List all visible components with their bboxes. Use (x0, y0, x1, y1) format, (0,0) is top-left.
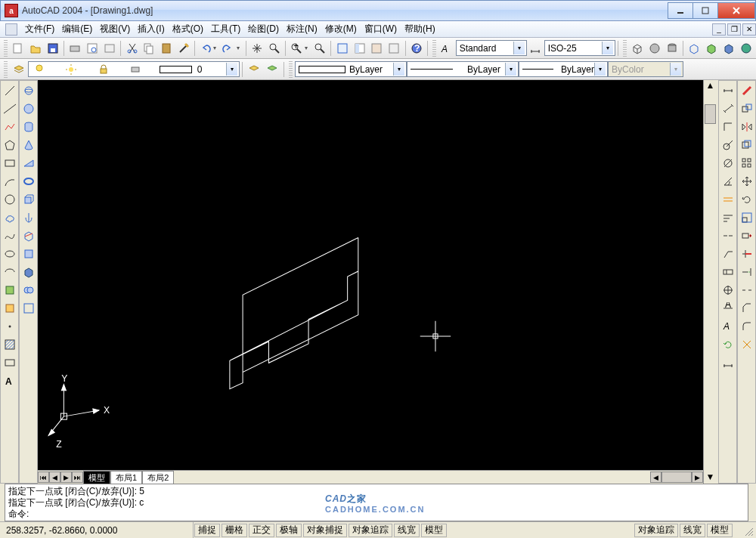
hscroll-thumb[interactable] (662, 472, 692, 483)
plot-preview-button[interactable] (85, 40, 101, 57)
close-button[interactable] (717, 2, 755, 19)
sphere-shade-button[interactable] (646, 40, 662, 57)
dim-diameter-button[interactable] (720, 155, 736, 172)
sphere-button[interactable] (20, 100, 37, 117)
revcloud-button[interactable] (2, 209, 18, 226)
dimstyle-button[interactable] (720, 354, 736, 371)
region-button[interactable] (2, 354, 18, 371)
zoom-window-button[interactable]: +▾ (289, 40, 310, 57)
tab-next[interactable]: ▶ (60, 472, 72, 483)
model-toggle[interactable]: 模型 (421, 524, 447, 537)
otrack-toggle[interactable]: 对象追踪 (349, 524, 392, 537)
plot-button[interactable] (67, 40, 83, 57)
undo-button[interactable]: ▾ (198, 40, 219, 57)
tab-first[interactable]: ⏮ (38, 472, 49, 483)
qdim-button[interactable] (720, 191, 736, 208)
vscrollbar[interactable]: ▲ ▼ (703, 80, 717, 484)
mdi-minimize[interactable]: _ (712, 23, 726, 36)
linetype-combo[interactable]: ByLayer▾ (407, 61, 519, 77)
snap-toggle[interactable]: 捕捉 (194, 524, 220, 537)
menu-view[interactable]: 视图(V) (96, 21, 134, 37)
drawing-canvas[interactable]: Y X Z (38, 80, 703, 470)
explode-button[interactable] (739, 336, 755, 353)
dimedit-button[interactable]: A (720, 300, 736, 317)
arc-button[interactable] (2, 173, 18, 190)
make-block-button[interactable] (2, 300, 18, 317)
wedge-button[interactable] (20, 155, 37, 172)
hatch-button[interactable] (2, 336, 18, 353)
mdi-icon[interactable] (5, 23, 17, 36)
move-button[interactable] (739, 173, 755, 190)
rectangle-button[interactable] (2, 155, 18, 172)
zoom-previous-button[interactable] (312, 40, 328, 57)
help-button[interactable]: ? (408, 40, 424, 57)
match-props-button[interactable] (176, 40, 192, 57)
qleader-button[interactable] (720, 246, 736, 262)
save-button[interactable] (45, 40, 60, 57)
cut-button[interactable] (124, 40, 140, 57)
tab-last[interactable]: ⏭ (72, 472, 83, 483)
osnap-toggle[interactable]: 对象捕捉 (303, 524, 347, 537)
rotate-button[interactable] (739, 191, 755, 208)
menu-draw[interactable]: 绘图(D) (244, 21, 283, 37)
toolbar-grip[interactable] (4, 40, 8, 57)
cylinder-shade-button[interactable] (664, 40, 680, 57)
dimupdate-button[interactable] (720, 336, 736, 353)
scale-button[interactable] (739, 209, 755, 226)
interfere-button[interactable] (20, 264, 37, 280)
publish-button[interactable] (102, 40, 118, 57)
pan-button[interactable] (249, 40, 265, 57)
array-button[interactable] (739, 155, 755, 172)
dimtedit-button[interactable]: A (720, 318, 736, 335)
tray-model[interactable]: 模型 (707, 524, 733, 537)
paste-button[interactable] (159, 40, 175, 57)
union-button[interactable] (20, 282, 37, 298)
point-button[interactable] (2, 318, 18, 335)
dim-center-button[interactable] (720, 282, 736, 298)
ortho-toggle[interactable]: 正交 (249, 524, 274, 537)
dim-aligned-button[interactable] (720, 100, 736, 117)
sheet-set-button[interactable] (386, 40, 402, 57)
resize-grip-icon[interactable] (742, 525, 753, 536)
dim-radius-button[interactable] (720, 137, 736, 153)
text-button[interactable]: A (2, 373, 18, 389)
toolbar-grip[interactable] (4, 61, 8, 78)
tray-lwt[interactable]: 线宽 (680, 524, 705, 537)
minimize-button[interactable] (668, 2, 693, 19)
dim-angular-button[interactable] (720, 173, 736, 190)
menu-insert[interactable]: 插入(I) (134, 21, 168, 37)
tab-prev[interactable]: ◀ (49, 472, 60, 483)
redo-button[interactable]: ▾ (222, 40, 243, 57)
text-style-combo[interactable]: Standard▾ (456, 40, 527, 56)
cylinder-button[interactable] (20, 119, 37, 135)
ellipse-arc-button[interactable] (2, 264, 18, 280)
slice-button[interactable] (20, 227, 37, 244)
hscroll-left[interactable]: ◀ (650, 472, 662, 483)
new-button[interactable] (11, 40, 26, 57)
zoom-realtime-button[interactable] (267, 40, 283, 57)
toolbar-grip[interactable] (623, 40, 627, 57)
render-button[interactable] (738, 40, 754, 57)
dim-ordinate-button[interactable] (720, 119, 736, 135)
menu-modify[interactable]: 修改(M) (321, 21, 361, 37)
insert-block-button[interactable] (2, 282, 18, 298)
copy-button[interactable] (141, 40, 157, 57)
tab-layout1[interactable]: 布局1 (110, 471, 142, 484)
toolbar-grip[interactable] (289, 61, 293, 78)
menu-tools[interactable]: 工具(T) (207, 21, 244, 37)
trim-button[interactable] (739, 246, 755, 262)
extend-button[interactable] (739, 264, 755, 280)
line-button[interactable] (2, 82, 18, 99)
tab-model[interactable]: 模型 (83, 471, 110, 484)
maximize-button[interactable] (692, 2, 718, 19)
design-center-button[interactable] (352, 40, 367, 57)
menu-dimension[interactable]: 标注(N) (283, 21, 321, 37)
menu-window[interactable]: 窗口(W) (361, 21, 401, 37)
3dorbit-button[interactable] (20, 82, 37, 99)
extrude-button[interactable] (20, 191, 37, 208)
lineweight-combo[interactable]: ByLayer▾ (519, 61, 608, 77)
color-combo[interactable]: ByLayer▾ (295, 61, 407, 77)
tolerance-button[interactable] (720, 264, 736, 280)
menu-file[interactable]: 文件(F) (21, 21, 58, 37)
layer-manager-button[interactable] (11, 61, 27, 78)
